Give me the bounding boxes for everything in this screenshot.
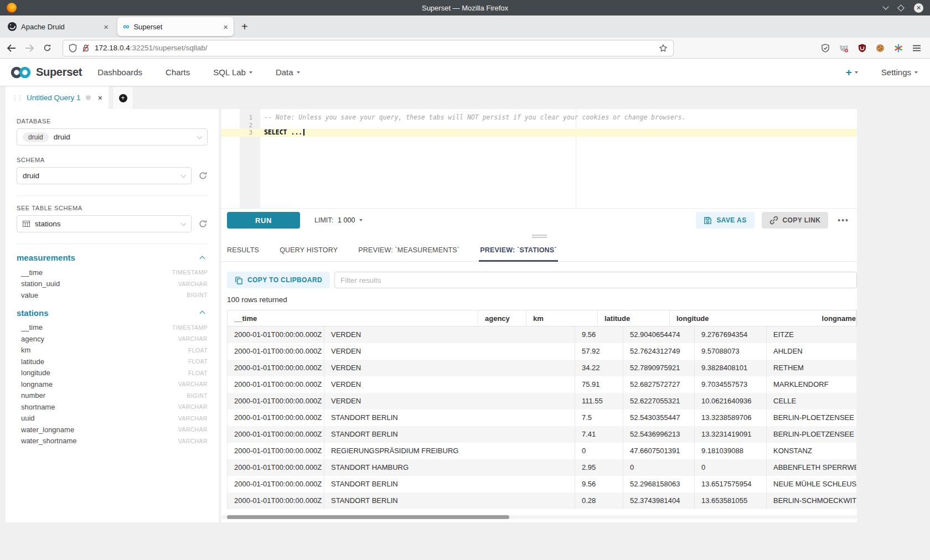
query-tab-active[interactable]: ⋮⋮ Untitled Query 1 ×: [6, 86, 108, 109]
database-select[interactable]: druid druid: [17, 128, 208, 146]
column-name: __time: [21, 323, 43, 331]
column-name: uuid: [21, 414, 35, 422]
more-options-icon[interactable]: •••: [835, 216, 851, 225]
browser-tab-apache-druid[interactable]: Apache Druid ×: [2, 17, 114, 36]
sql-editor[interactable]: 1 -- Note: Unless you save your query, t…: [221, 109, 857, 209]
results-table-header: __time agency km latitude longitude long…: [227, 310, 857, 326]
column-type: VARCHAR: [178, 381, 208, 387]
column-type: BIGINT: [187, 292, 208, 298]
results-tab[interactable]: RESULTS: [227, 246, 259, 261]
column-type: VARCHAR: [178, 415, 208, 422]
results-tab[interactable]: PREVIEW: `MEASUREMENTS`: [358, 246, 459, 261]
column-row: shortname VARCHAR: [17, 401, 208, 413]
window-maximize-icon[interactable]: [897, 4, 905, 12]
cell-longname: BERLIN-SCHMOECKWITZ: [767, 492, 856, 509]
insecure-lock-icon[interactable]: [82, 44, 90, 53]
back-button[interactable]: [7, 44, 16, 52]
forward-button[interactable]: [25, 44, 34, 52]
limit-dropdown[interactable]: LIMIT: 1 000: [314, 216, 363, 224]
save-as-button[interactable]: SAVE AS: [696, 212, 754, 229]
chevron-down-icon: [181, 220, 187, 226]
cell-time: 2000-01-01T00:00:00.000Z: [228, 459, 324, 476]
column-header[interactable]: agency: [478, 310, 526, 326]
shield-check-extension-icon[interactable]: [821, 44, 830, 53]
new-query-tab-button[interactable]: +: [112, 86, 133, 109]
table-select[interactable]: stations: [17, 215, 192, 232]
drag-handle-icon[interactable]: ⋮⋮: [12, 94, 22, 102]
column-type: VARCHAR: [178, 335, 208, 342]
window-close-icon[interactable]: ✕: [914, 3, 923, 13]
table-row: 2000-01-01T00:00:00.000Z STANDORT BERLIN…: [228, 409, 856, 426]
cell-longitude: 0: [695, 459, 767, 476]
cell-km: 7.41: [575, 426, 623, 443]
schema-select[interactable]: druid: [17, 167, 192, 184]
column-header[interactable]: longitude: [670, 310, 815, 326]
refresh-tables-icon[interactable]: [198, 219, 208, 229]
bookmark-star-icon[interactable]: [659, 44, 668, 53]
nav-menu-item[interactable]: Charts: [166, 68, 190, 77]
cookie-extension-icon[interactable]: [876, 44, 885, 53]
column-header[interactable]: __time: [228, 310, 478, 326]
chevron-up-icon[interactable]: [200, 256, 205, 261]
table-row: 2000-01-01T00:00:00.000Z VERDEN 75.91 52…: [228, 376, 856, 393]
pane-resize-handle[interactable]: [221, 232, 857, 241]
line-number: 3: [221, 129, 257, 137]
table-schema-header[interactable]: stations: [17, 308, 208, 318]
chevron-down-icon: [855, 71, 858, 74]
cell-longitude: 10.0621640936: [695, 393, 767, 409]
new-tab-button[interactable]: +: [241, 20, 248, 33]
nav-menu-item[interactable]: Data: [276, 68, 300, 77]
see-table-schema-label: SEE TABLE SCHEMA: [17, 205, 208, 211]
column-row: __time TIMESTAMP: [17, 267, 208, 278]
table-row: 2000-01-01T00:00:00.000Z STANDORT HAMBUR…: [228, 459, 856, 476]
new-content-button[interactable]: +: [846, 66, 858, 79]
column-header[interactable]: longname: [815, 310, 856, 326]
brand-name: Superset: [36, 66, 82, 79]
database-value: druid: [54, 133, 70, 141]
column-name: agency: [21, 335, 44, 343]
window-minimize-icon[interactable]: [882, 3, 888, 9]
nav-menu-item[interactable]: SQL Lab: [213, 68, 252, 77]
cell-latitude: 47.6607501391: [623, 443, 695, 459]
ublock-extension-icon[interactable]: [858, 44, 866, 53]
run-button[interactable]: RUN: [227, 212, 300, 229]
copy-link-button[interactable]: COPY LINK: [762, 212, 829, 229]
column-type: TIMESTAMP: [172, 269, 208, 276]
results-tab[interactable]: PREVIEW: `STATIONS`: [480, 246, 557, 261]
divider: [17, 195, 208, 196]
mask-extension-icon[interactable]: [839, 44, 849, 53]
url-bar[interactable]: 172.18.0.4:32251/superset/sqllab/: [63, 40, 674, 56]
hamburger-menu-icon[interactable]: [912, 44, 921, 52]
grip-line: [532, 237, 547, 238]
tracking-shield-icon[interactable]: [69, 44, 77, 53]
cell-longitude: 9.57088073: [695, 343, 767, 360]
copy-to-clipboard-button[interactable]: COPY TO CLIPBOARD: [227, 272, 330, 288]
column-header[interactable]: latitude: [598, 310, 670, 326]
limit-label: LIMIT:: [314, 216, 333, 224]
column-header[interactable]: km: [526, 310, 598, 326]
editor-active-line: 3 SELECT ...: [221, 129, 857, 137]
scrollbar-thumb[interactable]: [227, 515, 509, 519]
horizontal-scrollbar: [221, 515, 857, 519]
grip-line: [532, 235, 547, 236]
table-schema-header[interactable]: measurements: [17, 253, 208, 262]
cell-latitude: 52.6227055321: [623, 393, 695, 409]
refresh-schema-icon[interactable]: [198, 171, 208, 180]
query-tab-close-icon[interactable]: ×: [98, 94, 102, 102]
asterisk-extension-icon[interactable]: [894, 44, 903, 53]
chevron-up-icon[interactable]: [200, 311, 205, 317]
table-row: 2000-01-01T00:00:00.000Z VERDEN 34.22 52…: [228, 360, 856, 376]
filter-results-input[interactable]: [334, 272, 857, 288]
settings-menu[interactable]: Settings: [881, 68, 918, 77]
cell-time: 2000-01-01T00:00:00.000Z: [228, 393, 324, 409]
tab-close-icon[interactable]: ×: [223, 22, 228, 32]
tab-close-icon[interactable]: ×: [104, 22, 108, 32]
browser-tab-superset[interactable]: ∞ Superset ×: [117, 17, 234, 36]
cell-km: 57.92: [575, 343, 623, 360]
cell-time: 2000-01-01T00:00:00.000Z: [228, 326, 324, 343]
reload-button[interactable]: [43, 44, 51, 52]
results-tab[interactable]: QUERY HISTORY: [280, 246, 338, 261]
nav-menu-item[interactable]: Dashboards: [97, 68, 142, 77]
superset-logo[interactable]: Superset: [10, 65, 82, 80]
editor-line: 2: [221, 122, 857, 129]
